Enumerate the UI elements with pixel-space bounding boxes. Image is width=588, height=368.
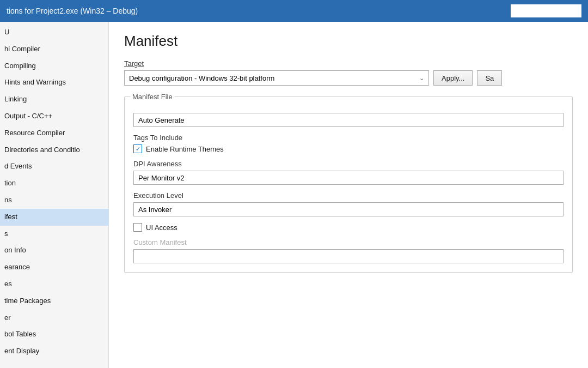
execution-level-value: As Invoker xyxy=(138,206,171,214)
dpi-awareness-field[interactable]: Per Monitor v2 xyxy=(133,171,564,185)
target-label: Target xyxy=(124,59,573,68)
sidebar-item-appearance[interactable]: earance xyxy=(0,259,108,276)
sidebar-item-delphi-compiler[interactable]: hi Compiler xyxy=(0,41,108,58)
sidebar-item-s[interactable]: s xyxy=(0,226,108,243)
ui-access-row[interactable]: UI Access xyxy=(133,223,564,232)
manifest-file-section-title: Manifest File xyxy=(130,93,175,101)
enable-runtime-themes-label: Enable Runtime Themes xyxy=(146,145,224,153)
custom-manifest-field[interactable] xyxy=(133,249,564,263)
enable-runtime-themes-checkbox[interactable]: ✓ xyxy=(133,144,142,153)
sidebar-item-manifest[interactable]: ifest xyxy=(0,209,108,226)
sidebar-item-linking[interactable]: Linking xyxy=(0,91,108,108)
sidebar-item-build-events[interactable]: d Events xyxy=(0,158,108,175)
dpi-awareness-label: DPI Awareness xyxy=(133,160,564,168)
ui-access-checkbox[interactable] xyxy=(133,223,142,232)
title-bar-text: tions for Project2.exe (Win32 – Debug) xyxy=(7,7,138,15)
main-layout: U hi Compiler Compiling Hints and Warnin… xyxy=(0,22,588,368)
save-button[interactable]: Sa xyxy=(477,70,502,86)
enable-runtime-themes-row[interactable]: ✓ Enable Runtime Themes xyxy=(133,144,564,153)
target-select-value: Debug configuration - Windows 32-bit pla… xyxy=(129,74,274,82)
sidebar-item-output-cpp[interactable]: Output - C/C++ xyxy=(0,108,108,125)
manifest-file-section: Manifest File Auto Generate Tags To Incl… xyxy=(124,96,573,273)
chevron-down-icon: ⌄ xyxy=(419,75,424,82)
target-row: Debug configuration - Windows 32-bit pla… xyxy=(124,70,573,86)
execution-level-label: Execution Level xyxy=(133,191,564,200)
sidebar-item-version-info[interactable]: on Info xyxy=(0,242,108,259)
auto-generate-field[interactable]: Auto Generate xyxy=(133,113,564,127)
sidebar-item-hints-warnings[interactable]: Hints and Warnings xyxy=(0,74,108,91)
ui-access-label: UI Access xyxy=(146,224,177,232)
sidebar-item-es[interactable]: es xyxy=(0,276,108,293)
custom-manifest-label: Custom Manifest xyxy=(133,238,564,246)
auto-generate-value: Auto Generate xyxy=(138,116,185,124)
sidebar-item-compiling[interactable]: Compiling xyxy=(0,58,108,75)
sidebar-item-ns[interactable]: ns xyxy=(0,192,108,209)
sidebar-item-ent-display[interactable]: ent Display xyxy=(0,343,108,360)
tags-to-include-label: Tags To Include xyxy=(133,134,564,142)
sidebar-item-resource-compiler[interactable]: Resource Compiler xyxy=(0,125,108,142)
sidebar-item-runtime-packages[interactable]: time Packages xyxy=(0,293,108,310)
sidebar: U hi Compiler Compiling Hints and Warnin… xyxy=(0,22,109,368)
sidebar-item-directories[interactable]: Directories and Conditio xyxy=(0,142,108,159)
content-area: Manifest Target Debug configuration - Wi… xyxy=(109,22,588,368)
page-title: Manifest xyxy=(124,33,573,50)
sidebar-item-u[interactable]: U xyxy=(0,24,108,41)
target-select[interactable]: Debug configuration - Windows 32-bit pla… xyxy=(124,70,429,86)
sidebar-item-er[interactable]: er xyxy=(0,310,108,327)
sidebar-item-tion[interactable]: tion xyxy=(0,175,108,192)
apply-button[interactable]: Apply... xyxy=(433,70,473,86)
title-bar: tions for Project2.exe (Win32 – Debug) xyxy=(0,0,588,22)
title-bar-search-input[interactable] xyxy=(511,4,581,17)
sidebar-item-symbol-tables[interactable]: bol Tables xyxy=(0,326,108,343)
execution-level-field[interactable]: As Invoker xyxy=(133,202,564,216)
dpi-awareness-value: Per Monitor v2 xyxy=(138,174,185,182)
